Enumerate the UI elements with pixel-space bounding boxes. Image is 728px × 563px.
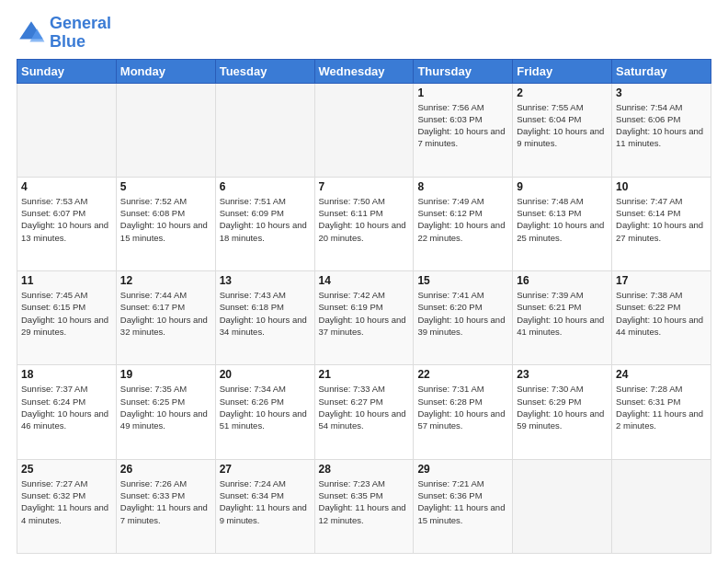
calendar-cell: 27Sunrise: 7:24 AM Sunset: 6:34 PM Dayli… [215,459,314,553]
day-info: Sunrise: 7:43 AM Sunset: 6:18 PM Dayligh… [220,289,311,338]
day-info: Sunrise: 7:48 AM Sunset: 6:13 PM Dayligh… [517,195,608,244]
day-number: 22 [417,368,508,381]
day-info: Sunrise: 7:41 AM Sunset: 6:20 PM Dayligh… [417,289,508,338]
calendar-cell: 17Sunrise: 7:38 AM Sunset: 6:22 PM Dayli… [612,271,711,365]
calendar-week-4: 18Sunrise: 7:37 AM Sunset: 6:24 PM Dayli… [17,365,711,459]
calendar-cell [17,83,117,177]
day-info: Sunrise: 7:28 AM Sunset: 6:31 PM Dayligh… [616,383,707,431]
calendar-cell: 15Sunrise: 7:41 AM Sunset: 6:20 PM Dayli… [414,271,513,365]
day-number: 27 [220,463,311,476]
weekday-header-wednesday: Wednesday [314,59,414,83]
day-number: 15 [417,274,508,287]
calendar-cell: 11Sunrise: 7:45 AM Sunset: 6:15 PM Dayli… [17,271,117,365]
calendar-table: SundayMondayTuesdayWednesdayThursdayFrid… [17,59,711,554]
day-number: 2 [517,86,608,99]
day-number: 3 [616,86,707,99]
day-info: Sunrise: 7:30 AM Sunset: 6:29 PM Dayligh… [517,383,608,431]
day-info: Sunrise: 7:50 AM Sunset: 6:11 PM Dayligh… [319,195,410,244]
day-number: 28 [319,463,410,476]
day-number: 21 [319,368,410,381]
logo-text: General Blue [50,15,111,52]
day-number: 19 [120,368,211,381]
day-info: Sunrise: 7:56 AM Sunset: 6:03 PM Dayligh… [417,101,508,150]
day-number: 16 [517,274,608,287]
calendar-cell: 6Sunrise: 7:51 AM Sunset: 6:09 PM Daylig… [215,177,314,270]
day-number: 23 [517,368,608,381]
day-number: 20 [220,368,311,381]
day-info: Sunrise: 7:38 AM Sunset: 6:22 PM Dayligh… [616,289,707,338]
weekday-header-tuesday: Tuesday [215,59,314,83]
day-number: 13 [220,274,311,287]
day-number: 7 [319,180,410,193]
day-info: Sunrise: 7:54 AM Sunset: 6:06 PM Dayligh… [616,101,707,150]
day-info: Sunrise: 7:34 AM Sunset: 6:26 PM Dayligh… [220,383,311,431]
calendar-cell: 12Sunrise: 7:44 AM Sunset: 6:17 PM Dayli… [116,271,215,365]
calendar-cell: 16Sunrise: 7:39 AM Sunset: 6:21 PM Dayli… [513,271,612,365]
day-info: Sunrise: 7:23 AM Sunset: 6:35 PM Dayligh… [319,477,410,526]
calendar-cell: 24Sunrise: 7:28 AM Sunset: 6:31 PM Dayli… [612,365,711,459]
day-info: Sunrise: 7:45 AM Sunset: 6:15 PM Dayligh… [21,289,112,338]
day-info: Sunrise: 7:49 AM Sunset: 6:12 PM Dayligh… [417,195,508,244]
calendar-cell: 7Sunrise: 7:50 AM Sunset: 6:11 PM Daylig… [314,177,414,270]
calendar-cell: 9Sunrise: 7:48 AM Sunset: 6:13 PM Daylig… [513,177,612,270]
calendar-cell: 14Sunrise: 7:42 AM Sunset: 6:19 PM Dayli… [314,271,414,365]
calendar-cell [513,459,612,553]
calendar-cell: 20Sunrise: 7:34 AM Sunset: 6:26 PM Dayli… [215,365,314,459]
calendar-cell: 19Sunrise: 7:35 AM Sunset: 6:25 PM Dayli… [116,365,215,459]
day-info: Sunrise: 7:26 AM Sunset: 6:33 PM Dayligh… [120,477,211,526]
calendar-cell: 26Sunrise: 7:26 AM Sunset: 6:33 PM Dayli… [116,459,215,553]
calendar-cell: 21Sunrise: 7:33 AM Sunset: 6:27 PM Dayli… [314,365,414,459]
day-number: 26 [120,463,211,476]
day-info: Sunrise: 7:37 AM Sunset: 6:24 PM Dayligh… [21,383,112,431]
calendar-cell: 18Sunrise: 7:37 AM Sunset: 6:24 PM Dayli… [17,365,117,459]
day-number: 4 [21,180,112,193]
calendar-cell: 29Sunrise: 7:21 AM Sunset: 6:36 PM Dayli… [414,459,513,553]
day-number: 29 [417,463,508,476]
calendar-cell [215,83,314,177]
calendar-cell [116,83,215,177]
calendar-cell: 3Sunrise: 7:54 AM Sunset: 6:06 PM Daylig… [612,83,711,177]
logo: General Blue [17,15,111,52]
weekday-header-friday: Friday [513,59,612,83]
calendar-cell [314,83,414,177]
day-number: 25 [21,463,112,476]
calendar-cell: 23Sunrise: 7:30 AM Sunset: 6:29 PM Dayli… [513,365,612,459]
day-number: 1 [417,86,508,99]
day-info: Sunrise: 7:51 AM Sunset: 6:09 PM Dayligh… [220,195,311,244]
header: General Blue [17,15,711,52]
weekday-header-row: SundayMondayTuesdayWednesdayThursdayFrid… [17,59,711,83]
calendar-cell: 1Sunrise: 7:56 AM Sunset: 6:03 PM Daylig… [414,83,513,177]
calendar-week-2: 4Sunrise: 7:53 AM Sunset: 6:07 PM Daylig… [17,177,711,270]
logo-icon [17,18,46,48]
weekday-header-saturday: Saturday [612,59,711,83]
page: General Blue SundayMondayTuesdayWednesda… [0,0,728,563]
calendar-cell: 2Sunrise: 7:55 AM Sunset: 6:04 PM Daylig… [513,83,612,177]
day-info: Sunrise: 7:24 AM Sunset: 6:34 PM Dayligh… [220,477,311,526]
day-number: 11 [21,274,112,287]
day-info: Sunrise: 7:21 AM Sunset: 6:36 PM Dayligh… [417,477,508,526]
day-number: 12 [120,274,211,287]
day-number: 14 [319,274,410,287]
calendar-cell [612,459,711,553]
day-number: 6 [220,180,311,193]
day-info: Sunrise: 7:31 AM Sunset: 6:28 PM Dayligh… [417,383,508,431]
day-number: 10 [616,180,707,193]
day-info: Sunrise: 7:39 AM Sunset: 6:21 PM Dayligh… [517,289,608,338]
day-info: Sunrise: 7:53 AM Sunset: 6:07 PM Dayligh… [21,195,112,244]
day-info: Sunrise: 7:27 AM Sunset: 6:32 PM Dayligh… [21,477,112,526]
day-number: 5 [120,180,211,193]
calendar-cell: 22Sunrise: 7:31 AM Sunset: 6:28 PM Dayli… [414,365,513,459]
day-number: 9 [517,180,608,193]
day-info: Sunrise: 7:52 AM Sunset: 6:08 PM Dayligh… [120,195,211,244]
calendar-header: SundayMondayTuesdayWednesdayThursdayFrid… [17,59,711,83]
weekday-header-monday: Monday [116,59,215,83]
calendar-cell: 5Sunrise: 7:52 AM Sunset: 6:08 PM Daylig… [116,177,215,270]
calendar-cell: 4Sunrise: 7:53 AM Sunset: 6:07 PM Daylig… [17,177,117,270]
day-info: Sunrise: 7:44 AM Sunset: 6:17 PM Dayligh… [120,289,211,338]
day-number: 8 [417,180,508,193]
calendar-body: 1Sunrise: 7:56 AM Sunset: 6:03 PM Daylig… [17,83,711,553]
day-number: 24 [616,368,707,381]
calendar-week-3: 11Sunrise: 7:45 AM Sunset: 6:15 PM Dayli… [17,271,711,365]
day-info: Sunrise: 7:33 AM Sunset: 6:27 PM Dayligh… [319,383,410,431]
day-info: Sunrise: 7:35 AM Sunset: 6:25 PM Dayligh… [120,383,211,431]
